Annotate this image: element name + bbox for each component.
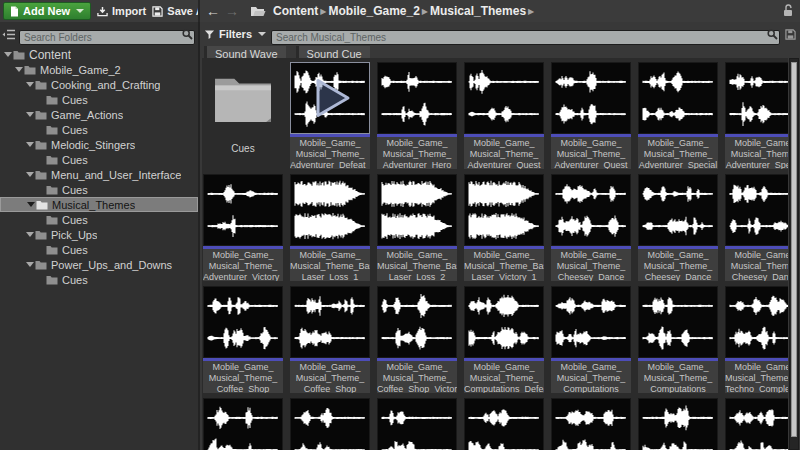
tree-expander-icon[interactable] (15, 67, 24, 72)
waveform-image (465, 399, 543, 450)
tree-item-mobile_game_2[interactable]: Mobile_Game_2 (0, 62, 198, 77)
soundwave-thumbnail (203, 286, 283, 358)
asset-name-line: Mobile_Game_ (203, 250, 283, 261)
play-button-icon[interactable] (291, 63, 369, 133)
sound-asset-tile[interactable]: Mobile_Game_Musical_Theme_BassLaser_Loss… (290, 174, 370, 281)
sound-asset-tile[interactable]: Mobile_Game_Musical_Theme_Computations (551, 286, 631, 393)
tree-item-content[interactable]: Content (0, 47, 198, 62)
forward-arrow-icon[interactable]: → (225, 4, 239, 18)
soundwave-thumbnail (638, 286, 718, 358)
breadcrumb-separator-icon[interactable]: ▶ (528, 7, 534, 16)
save-search-icon[interactable] (785, 29, 796, 40)
sound-asset-tile[interactable] (464, 398, 544, 450)
asset-name-label: Mobile_Game_Musical_Theme_Adventurer_Que… (551, 137, 631, 169)
sound-asset-tile[interactable] (551, 398, 631, 450)
breadcrumb-musical_themes[interactable]: Musical_Themes (430, 4, 526, 18)
asset-name-line: Mobile_Game_ (290, 362, 370, 373)
sound-asset-tile[interactable] (290, 398, 370, 450)
asset-name-line: Adventurer_Hero (377, 160, 457, 169)
tree-expander-icon[interactable] (26, 142, 35, 147)
sound-asset-tile[interactable]: Mobile_Game_Musical_Theme_BassLaser_Loss… (377, 174, 457, 281)
tree-item-cues[interactable]: Cues (0, 92, 198, 107)
sound-asset-tile[interactable]: Mobile_Game_Musical_Theme_Adventurer_Que… (464, 62, 544, 169)
search-assets-input[interactable] (271, 30, 780, 45)
tree-item-menu_and_user_interface[interactable]: Menu_and_User_Interface (0, 167, 198, 182)
filters-button[interactable]: Filters (204, 28, 266, 40)
sound-asset-tile[interactable] (725, 398, 788, 450)
folder-thumbnail (203, 62, 283, 134)
asset-searchbox (271, 27, 780, 42)
sound-asset-tile[interactable]: Mobile_Game_Musical_Theme_Adventurer_Spe… (725, 62, 788, 169)
chevron-down-icon (76, 9, 84, 13)
tree-item-cues[interactable]: Cues (0, 122, 198, 137)
sound-asset-tile[interactable]: Mobile_Game_Musical_Theme_Adventurer_Her… (377, 62, 457, 169)
breadcrumb-mobile_game_2[interactable]: Mobile_Game_2 (328, 4, 419, 18)
tree-expander-icon[interactable] (26, 112, 35, 117)
asset-name-line: Musical_Theme_ (638, 373, 718, 384)
sound-asset-tile[interactable]: Mobile_Game_Musical_Theme_Adventurer_Spe… (638, 62, 718, 169)
tree-item-cooking_and_crafting[interactable]: Cooking_and_Crafting (0, 77, 198, 92)
add-new-button[interactable]: Add New (3, 2, 91, 20)
tree-expander-icon[interactable] (26, 232, 35, 237)
back-arrow-icon[interactable]: ← (206, 4, 220, 18)
tree-item-melodic_stingers[interactable]: Melodic_Stingers (0, 137, 198, 152)
sound-asset-tile[interactable]: Mobile_Game_Musical_Theme_Computations_D… (464, 286, 544, 393)
sound-asset-tile[interactable]: Mobile_Game_Musical_Theme_DeepTechno_Com… (725, 286, 788, 393)
sound-asset-tile[interactable] (203, 398, 283, 450)
soundwave-thumbnail (464, 62, 544, 134)
unlock-icon[interactable] (782, 4, 794, 18)
folder-tile-cues[interactable]: Cues (203, 62, 283, 169)
sound-asset-tile[interactable]: Mobile_Game_Musical_Theme_Computations (638, 286, 718, 393)
asset-name-line: Techno_Complete_1 (725, 384, 788, 393)
sources-toggle-icon[interactable] (2, 29, 16, 40)
sound-asset-tile[interactable]: Mobile_Game_Musical_Theme_Adventurer_Que… (551, 62, 631, 169)
asset-name-line: Musical_Theme_ (638, 261, 718, 272)
tree-expander-icon[interactable] (26, 82, 35, 87)
sound-asset-tile[interactable]: Mobile_Game_Musical_Theme_Coffee_Shop_Vi… (377, 286, 457, 393)
sound-asset-tile[interactable]: Mobile_Game_Musical_Theme_Adventurer_Vic… (203, 174, 283, 281)
filter-row: Filters (204, 26, 796, 42)
breadcrumb-separator-icon[interactable]: ▶ (422, 7, 428, 16)
sound-asset-tile[interactable]: Mobile_Game_Musical_Theme_Coffee_Shop (203, 286, 283, 393)
sound-asset-tile[interactable]: Mobile_Game_Musical_Theme_Cheesey_Dance (551, 174, 631, 281)
tree-expander-icon[interactable] (26, 172, 35, 177)
toolbar-left: Add New Import Save All (0, 0, 200, 22)
asset-name-label: Mobile_Game_Musical_Theme_Computations_D… (464, 361, 544, 393)
tree-item-musical_themes[interactable]: Musical_Themes (0, 197, 198, 212)
breadcrumb-separator-icon[interactable]: ▶ (320, 7, 326, 16)
sound-asset-tile[interactable]: Mobile_Game_Musical_Theme_Cheesey_Dance (725, 174, 788, 281)
sound-asset-tile[interactable]: Mobile_Game_Musical_Theme_Coffee_Shop (290, 286, 370, 393)
tree-expander-icon[interactable] (26, 262, 35, 267)
breadcrumb: Content▶Mobile_Game_2▶Musical_Themes▶ (273, 4, 536, 18)
tree-item-cues[interactable]: Cues (0, 152, 198, 167)
asset-name-line: Mobile_Game_ (377, 250, 457, 261)
tree-item-label: Cues (62, 94, 88, 106)
sound-asset-tile[interactable]: Mobile_Game_Musical_Theme_Adventurer_Def… (290, 62, 370, 169)
save-all-button[interactable]: Save All (152, 5, 200, 17)
sound-asset-tile[interactable] (638, 398, 718, 450)
tree-expander-icon[interactable] (4, 52, 13, 57)
import-button[interactable]: Import (97, 5, 146, 17)
tree-item-pick_ups[interactable]: Pick_Ups (0, 227, 198, 242)
sound-asset-tile[interactable]: Mobile_Game_Musical_Theme_Cheesey_Dance (638, 174, 718, 281)
asset-name-line: Mobile_Game_ (725, 250, 788, 261)
tree-expander-icon[interactable] (27, 202, 36, 207)
new-asset-icon (10, 6, 19, 17)
tree-item-cues[interactable]: Cues (0, 182, 198, 197)
scrollbar-thumb[interactable] (791, 62, 797, 437)
search-folders-input[interactable] (19, 30, 195, 45)
tree-item-game_actions[interactable]: Game_Actions (0, 107, 198, 122)
folder-icon (46, 275, 58, 285)
tree-item-cues[interactable]: Cues (0, 272, 198, 287)
breadcrumb-content[interactable]: Content (273, 4, 318, 18)
vertical-scrollbar[interactable] (789, 58, 799, 450)
tree-item-cues[interactable]: Cues (0, 212, 198, 227)
asset-name-label: Mobile_Game_Musical_Theme_Adventurer_Spe… (638, 137, 718, 169)
sound-asset-tile[interactable]: Mobile_Game_Musical_Theme_BassLaser_Vict… (464, 174, 544, 281)
asset-name-line: Musical_Theme_ (551, 261, 631, 272)
asset-name-line: Mobile_Game_ (551, 250, 631, 261)
sound-asset-tile[interactable] (377, 398, 457, 450)
asset-name-label: Mobile_Game_Musical_Theme_Cheesey_Dance (551, 249, 631, 281)
tree-item-power_ups_and_downs[interactable]: Power_Ups_and_Downs (0, 257, 198, 272)
tree-item-cues[interactable]: Cues (0, 242, 198, 257)
